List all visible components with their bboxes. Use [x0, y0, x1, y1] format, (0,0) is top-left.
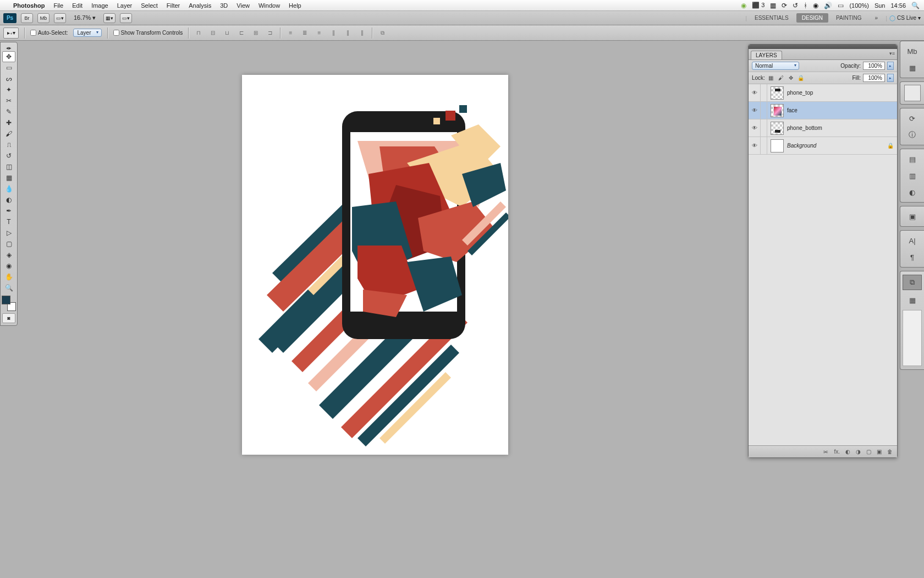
menu-help[interactable]: Help [289, 2, 301, 9]
dodge-tool[interactable]: ◐ [2, 194, 15, 205]
navigator-panel-icon[interactable]: ⧉ [903, 275, 922, 290]
opacity-field[interactable]: 100% [863, 62, 885, 70]
path-select-tool[interactable]: ▷ [2, 227, 15, 238]
spotlight-icon[interactable]: 🔍 [911, 2, 920, 9]
marquee-tool[interactable]: ▭ [2, 62, 15, 73]
quick-mask-toggle[interactable]: ◙ [2, 313, 15, 323]
arrange-docs-dropdown[interactable]: ▦▾ [103, 13, 116, 23]
clone-stamp-tool[interactable]: ⎍ [2, 139, 15, 150]
dist-vcenter-icon[interactable]: ≣ [300, 29, 309, 37]
palette-collapse-icon[interactable]: ◂▸ [2, 45, 15, 51]
visibility-toggle-icon[interactable]: 👁 [749, 84, 761, 101]
crop-tool[interactable]: ✂ [2, 95, 15, 106]
adjustment-layer-icon[interactable]: ◑ [856, 449, 861, 455]
layer-name[interactable]: face [787, 107, 887, 113]
lock-transparent-icon[interactable]: ▦ [767, 74, 775, 82]
sync-status-icon[interactable]: ◉ [741, 2, 746, 9]
menu-filter[interactable]: Filter [167, 2, 180, 9]
workspace-more-icon[interactable]: » [870, 13, 884, 23]
battery-icon[interactable]: ▭ [838, 2, 844, 9]
fill-field[interactable]: 100% [863, 74, 885, 82]
info-panel-icon[interactable]: ⓘ [900, 127, 924, 143]
align-vcenter-icon[interactable]: ⊟ [208, 29, 217, 37]
styles-panel-icon[interactable]: ▥ [900, 168, 924, 183]
dist-right-icon[interactable]: ‖ [358, 29, 366, 37]
document-canvas[interactable] [242, 75, 508, 455]
eyedropper-tool[interactable]: ✎ [2, 106, 15, 117]
history-brush-tool[interactable]: ↺ [2, 150, 15, 161]
wifi-icon[interactable]: ◉ [813, 2, 818, 9]
foreground-color-swatch[interactable] [2, 296, 10, 304]
ps-logo-icon[interactable]: Ps [3, 13, 16, 23]
dist-top-icon[interactable]: ≡ [286, 29, 295, 37]
align-left-icon[interactable]: ⊏ [237, 29, 246, 37]
layer-thumb[interactable] [771, 104, 784, 117]
menu-file[interactable]: File [53, 2, 63, 9]
volume-icon[interactable]: 🔊 [824, 2, 832, 9]
menu-view[interactable]: View [237, 2, 250, 9]
type-tool[interactable]: T [2, 216, 15, 227]
panel-menu-icon[interactable]: ▾≡ [889, 51, 895, 56]
zoom-tool[interactable]: 🔍 [2, 282, 15, 293]
opacity-slider-icon[interactable]: ▸ [887, 62, 894, 70]
dist-hcenter-icon[interactable]: ‖ [343, 29, 352, 37]
layer-name[interactable]: Background [787, 143, 887, 149]
layer-thumb[interactable] [771, 122, 784, 135]
layer-row[interactable]: 👁 face [749, 102, 897, 119]
paragraph-panel-icon[interactable]: ¶ [900, 249, 924, 265]
color-swatches[interactable] [2, 296, 16, 311]
align-right-icon[interactable]: ⊐ [266, 29, 274, 37]
fill-slider-icon[interactable]: ▸ [887, 74, 894, 82]
lock-all-icon[interactable]: 🔒 [797, 74, 805, 82]
menu-3d[interactable]: 3D [220, 2, 228, 9]
3d-camera-tool[interactable]: ◉ [2, 260, 15, 271]
dist-left-icon[interactable]: ‖ [329, 29, 338, 37]
minibridge-panel-icon[interactable]: Mb [900, 43, 924, 59]
panel-drag-grip[interactable] [749, 45, 897, 49]
brush-tool[interactable]: 🖌 [2, 128, 15, 139]
menu-image[interactable]: Image [91, 2, 108, 9]
hand-tool[interactable]: ✋ [2, 271, 15, 282]
histogram-panel-icon[interactable]: ▦ [900, 292, 924, 308]
view-extras-dropdown[interactable]: ▭▾ [54, 13, 66, 23]
lock-position-icon[interactable]: ✥ [787, 74, 795, 82]
grid-icon[interactable]: ▦ [770, 2, 776, 9]
pen-tool[interactable]: ✒ [2, 205, 15, 216]
bluetooth-icon[interactable]: ᚼ [804, 2, 807, 9]
magic-wand-tool[interactable]: ✦ [2, 84, 15, 95]
lasso-tool[interactable]: ᔕ [2, 73, 15, 84]
align-top-icon[interactable]: ⊓ [194, 29, 203, 37]
menu-analysis[interactable]: Analysis [189, 2, 211, 9]
auto-align-icon[interactable]: ⧉ [378, 29, 387, 37]
auto-select-checkbox[interactable]: Auto-Select: [30, 30, 68, 36]
lock-image-icon[interactable]: 🖌 [777, 74, 785, 82]
layer-name[interactable]: phone_top [787, 90, 887, 96]
visibility-toggle-icon[interactable]: 👁 [749, 102, 761, 119]
layer-name[interactable]: phone_bottom [787, 125, 887, 131]
move-tool[interactable]: ✥ [2, 51, 15, 62]
adobe-notif-icon[interactable]: ⬛ 3 [752, 2, 765, 9]
menu-edit[interactable]: Edit [72, 2, 82, 9]
healing-brush-tool[interactable]: ✚ [2, 117, 15, 128]
menubar-app[interactable]: Photoshop [13, 2, 45, 9]
link-layers-icon[interactable]: ⫘ [823, 449, 828, 455]
layers-tab[interactable]: LAYERS [751, 51, 782, 59]
layer-thumb[interactable] [771, 139, 784, 152]
current-tool-icon[interactable]: ▸₊▾ [3, 28, 19, 39]
blur-tool[interactable]: 💧 [2, 183, 15, 194]
visibility-toggle-icon[interactable]: 👁 [749, 137, 761, 154]
align-bottom-icon[interactable]: ⊔ [223, 29, 232, 37]
eraser-tool[interactable]: ◫ [2, 161, 15, 172]
gradient-tool[interactable]: ▦ [2, 172, 15, 183]
screen-mode-dropdown[interactable]: ▭▾ [120, 13, 132, 23]
delete-layer-icon[interactable]: 🗑 [887, 449, 893, 455]
cslive-dropdown[interactable]: ◯CS Live▾ [889, 15, 921, 21]
layer-mask-icon[interactable]: ◐ [845, 449, 850, 455]
blend-mode-dropdown[interactable]: Normal [752, 62, 799, 70]
show-transform-checkbox[interactable]: Show Transform Controls [113, 30, 183, 36]
clock-time[interactable]: 14:56 [890, 2, 906, 9]
layer-row[interactable]: 👁 phone_bottom [749, 119, 897, 137]
layer-row[interactable]: 👁 Background 🔒 [749, 137, 897, 155]
layer-thumb[interactable] [771, 86, 784, 100]
character-panel-icon[interactable]: A| [900, 233, 924, 248]
